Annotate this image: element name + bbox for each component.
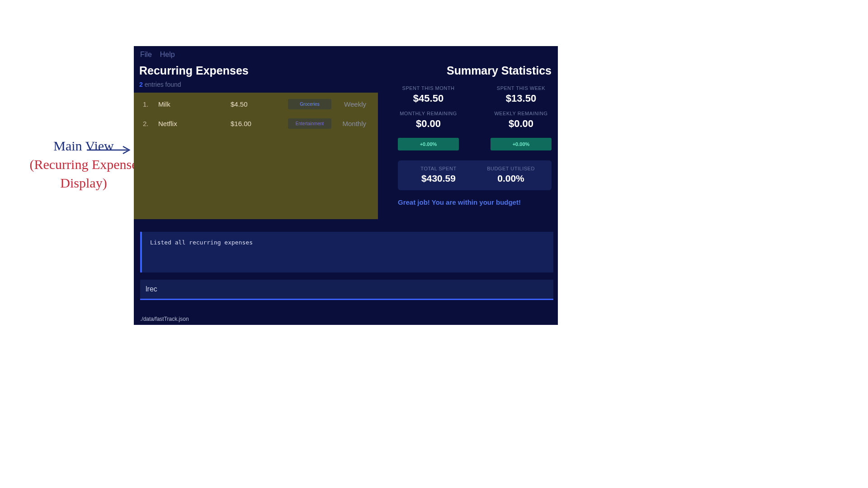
row-index: 1. (143, 100, 154, 108)
command-input-value: lrec (146, 285, 157, 293)
row-name: Netflix (158, 120, 226, 127)
row-category: Groceries (285, 99, 335, 109)
annotation-sub-1: (Recurring Expense (25, 155, 142, 173)
log-line: Listed all recurring expenses (150, 239, 545, 246)
section-title-right: Summary Statistics (398, 61, 552, 85)
annotation-sub-2: Display) (25, 174, 142, 192)
menu-file[interactable]: File (140, 51, 152, 59)
budget-status-message: Great job! You are within your budget! (398, 190, 552, 206)
row-amount: $16.00 (231, 120, 280, 127)
stat-label-week-remaining: WEEKLY REMAINING (491, 111, 552, 116)
category-chip: Entertainment (288, 118, 331, 129)
expense-list: 1. Milk $4.50 Groceries Weekly 2. Netfli… (134, 93, 378, 219)
category-chip: Groceries (288, 99, 331, 109)
stat-value-week-remaining: $0.00 (491, 118, 552, 134)
entries-found-label: 2 entries found (138, 81, 387, 93)
row-frequency: Weekly (339, 100, 369, 108)
stat-label-spent-month: SPENT THIS MONTH (398, 85, 459, 91)
stat-value-spent-week: $13.50 (491, 93, 552, 109)
totals-box: TOTAL SPENT $430.59 BUDGET UTILISED 0.00… (398, 160, 552, 190)
expense-row[interactable]: 2. Netflix $16.00 Entertainment Monthly (134, 114, 378, 133)
expense-row[interactable]: 1. Milk $4.50 Groceries Weekly (134, 94, 378, 114)
footer-file-path: ./data/fastTrack.json (140, 316, 189, 322)
row-category: Entertainment (285, 118, 335, 129)
week-percent-chip: +0.00% (491, 138, 552, 150)
stat-value-spent-month: $45.50 (398, 93, 459, 109)
entries-count-number: 2 (139, 81, 143, 88)
app-window: File Help Recurring Expenses 2 entries f… (134, 46, 558, 325)
main-view-recurring-expenses: Recurring Expenses 2 entries found 1. Mi… (134, 61, 387, 219)
row-name: Milk (158, 100, 226, 108)
section-title-left: Recurring Expenses (138, 61, 387, 81)
menubar: File Help (134, 46, 558, 61)
row-index: 2. (143, 120, 154, 127)
row-amount: $4.50 (231, 100, 280, 108)
arrow-icon (86, 145, 133, 155)
stat-value-total-spent: $430.59 (402, 171, 475, 184)
stat-label-total-spent: TOTAL SPENT (402, 166, 475, 171)
stat-label-spent-week: SPENT THIS WEEK (491, 85, 552, 91)
stat-label-budget-utilised: BUDGET UTILISED (475, 166, 547, 171)
stat-value-month-remaining: $0.00 (398, 118, 459, 134)
command-input[interactable]: lrec (140, 280, 553, 300)
stat-value-budget-utilised: 0.00% (475, 171, 547, 184)
menu-help[interactable]: Help (160, 51, 175, 59)
month-percent-chip: +0.00% (398, 138, 459, 150)
stat-label-month-remaining: MONTHLY REMAINING (398, 111, 459, 116)
entries-count-text: entries found (143, 81, 181, 88)
row-frequency: Monthly (339, 120, 369, 127)
output-log: Listed all recurring expenses (140, 232, 553, 272)
summary-statistics-panel: Summary Statistics SPENT THIS MONTH SPEN… (387, 61, 558, 206)
